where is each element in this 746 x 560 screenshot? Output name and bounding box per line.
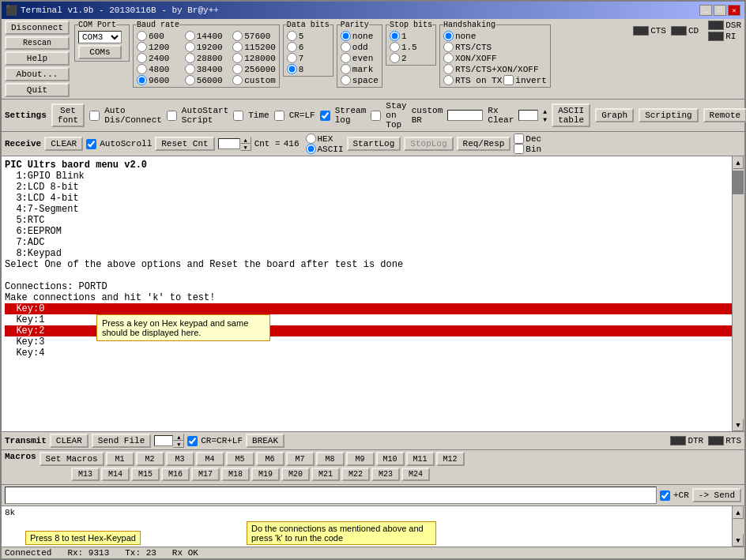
help-button[interactable]: Help: [5, 51, 70, 66]
startlog-button[interactable]: StartLog: [347, 137, 401, 151]
macro-m21[interactable]: M21: [311, 468, 340, 481]
macro-m17[interactable]: M17: [191, 468, 220, 481]
close-button[interactable]: ✕: [728, 5, 740, 16]
scroll-up-button[interactable]: ▲: [733, 156, 744, 169]
macro-m22[interactable]: M22: [341, 468, 370, 481]
macro-m24[interactable]: M24: [401, 468, 430, 481]
send-button[interactable]: -> Send: [692, 488, 741, 502]
ascii-table-button[interactable]: ASCII table: [552, 103, 590, 127]
receive-clear-button[interactable]: CLEAR: [44, 137, 83, 151]
handshaking-group: Handshaking none RTS/CTS XON/XOFF RTS/CT…: [439, 21, 551, 88]
transmit-down[interactable]: ▼: [173, 441, 184, 448]
macro-m12[interactable]: M12: [436, 452, 465, 466]
macro-m7[interactable]: M7: [286, 452, 315, 466]
terminal-output[interactable]: PIC Ultrs baord menu v2.0 1:GPIO Blink 2…: [2, 156, 744, 431]
macro-m14[interactable]: M14: [101, 468, 130, 481]
coms-button[interactable]: COMs: [78, 45, 122, 59]
transmit-clear-button[interactable]: CLEAR: [50, 434, 89, 448]
bottom-scroll-up[interactable]: ▲: [733, 506, 744, 519]
graph-button[interactable]: Graph: [595, 108, 634, 122]
terminal-line-2: 2:LCD 8-bit: [5, 182, 741, 193]
auto-dis-connect-checkbox[interactable]: [89, 111, 100, 121]
cnt-spinbox[interactable]: 13 ▲ ▼: [218, 137, 251, 151]
rx-clear-input[interactable]: -1: [518, 110, 538, 121]
cr-checkbox[interactable]: [660, 490, 670, 501]
cnt-input[interactable]: 13: [218, 138, 240, 149]
send-file-button[interactable]: Send File: [92, 434, 151, 448]
req-resp-button[interactable]: Req/Resp: [457, 137, 511, 151]
stay-on-top-checkbox[interactable]: [371, 111, 381, 121]
ascii-radio[interactable]: [306, 144, 316, 154]
hex-radio[interactable]: [306, 133, 316, 144]
macro-m3[interactable]: M3: [166, 452, 194, 466]
quit-button[interactable]: Quit: [5, 83, 70, 97]
stream-log-checkbox[interactable]: [320, 111, 330, 121]
scripting-button[interactable]: Scripting: [639, 108, 698, 122]
keypad-annotation: Press a key on Hex keypad and same shoul…: [96, 314, 270, 341]
led-indicators: CTS CD DSR RI: [633, 21, 741, 41]
stay-on-top-label: Stay on Top: [386, 101, 406, 130]
disconnect-button[interactable]: Disconnect: [5, 21, 70, 35]
macro-m16[interactable]: M16: [161, 468, 190, 481]
macro-m20[interactable]: M20: [281, 468, 310, 481]
com-port-select[interactable]: COM3: [78, 31, 122, 43]
scroll-down-button[interactable]: ▼: [733, 419, 744, 431]
bottom-scroll-down[interactable]: ▼: [733, 534, 744, 547]
break-button[interactable]: BREAK: [246, 434, 284, 448]
receive-bar: Receive CLEAR AutoScroll Reset Cnt 13 ▲ …: [2, 132, 744, 156]
macro-m5[interactable]: M5: [226, 452, 254, 466]
macro-m8[interactable]: M8: [316, 452, 345, 466]
macro-m23[interactable]: M23: [371, 468, 400, 481]
about-button[interactable]: About...: [5, 67, 70, 81]
minimize-button[interactable]: _: [699, 5, 712, 16]
time-checkbox[interactable]: [233, 111, 243, 121]
terminal-line-7: 7:ADC: [5, 237, 741, 248]
rescan-button[interactable]: Rescan: [5, 36, 70, 50]
remote-button[interactable]: Remote: [703, 108, 746, 122]
macro-m11[interactable]: M11: [406, 452, 435, 466]
cr-lf-checkbox[interactable]: [274, 111, 284, 121]
autoscroll-checkbox[interactable]: [86, 139, 96, 149]
macro-m13[interactable]: M13: [71, 468, 100, 481]
transmit-input[interactable]: 0: [154, 435, 173, 446]
macro-m9[interactable]: M9: [346, 452, 375, 466]
main-input[interactable]: [5, 487, 657, 504]
transmit-bar: Transmit CLEAR Send File 0 ▲ ▼ CR=CR+LF …: [2, 431, 744, 450]
macros-label: Macros: [5, 452, 36, 466]
macros-row1: Macros Set Macros M1 M2 M3 M4 M5 M6 M7 M…: [5, 452, 741, 466]
transmit-up[interactable]: ▲: [173, 434, 184, 441]
stream-log-label: Stream log: [335, 106, 367, 125]
set-font-button[interactable]: Set font: [51, 103, 85, 127]
macro-m19[interactable]: M19: [251, 468, 280, 481]
scroll-thumb[interactable]: [733, 171, 744, 194]
autostart-script-checkbox[interactable]: [167, 111, 177, 121]
bottom-log-content: 8k: [2, 506, 744, 519]
custom-br-input[interactable]: 9600: [447, 110, 483, 121]
bottom-log-scrollbar[interactable]: ▲ ▼: [732, 506, 744, 547]
macro-m18[interactable]: M18: [221, 468, 250, 481]
invert-checkbox[interactable]: [503, 75, 514, 85]
stoplog-button[interactable]: StopLog: [404, 137, 453, 151]
reset-cnt-button[interactable]: Reset Cnt: [155, 137, 214, 151]
macros-bar: Macros Set Macros M1 M2 M3 M4 M5 M6 M7 M…: [2, 450, 744, 485]
macro-m15[interactable]: M15: [131, 468, 160, 481]
cnt-down[interactable]: ▼: [240, 144, 251, 151]
cr-cr-lf-checkbox[interactable]: [187, 436, 198, 446]
cnt-up[interactable]: ▲: [240, 137, 251, 144]
macro-m4[interactable]: M4: [196, 452, 224, 466]
maximize-button[interactable]: □: [714, 5, 726, 16]
macro-m10[interactable]: M10: [376, 452, 405, 466]
dec-hex-checkbox[interactable]: [514, 133, 524, 144]
bin-hex-checkbox[interactable]: [514, 144, 524, 154]
dsr-label: DSR: [725, 21, 741, 30]
terminal-line-3: 3:LCD 4-bit: [5, 193, 741, 204]
terminal-scrollbar[interactable]: ▲ ▼: [732, 156, 744, 431]
terminal-line-8: 8:Keypad: [5, 248, 741, 259]
set-macros-button[interactable]: Set Macros: [40, 452, 104, 466]
macro-m1[interactable]: M1: [106, 452, 134, 466]
macro-m6[interactable]: M6: [256, 452, 284, 466]
parity-label: Parity: [341, 21, 369, 29]
transmit-spinbox[interactable]: 0 ▲ ▼: [154, 434, 184, 448]
macro-m2[interactable]: M2: [136, 452, 164, 466]
window-icon: ⬛: [6, 5, 17, 17]
